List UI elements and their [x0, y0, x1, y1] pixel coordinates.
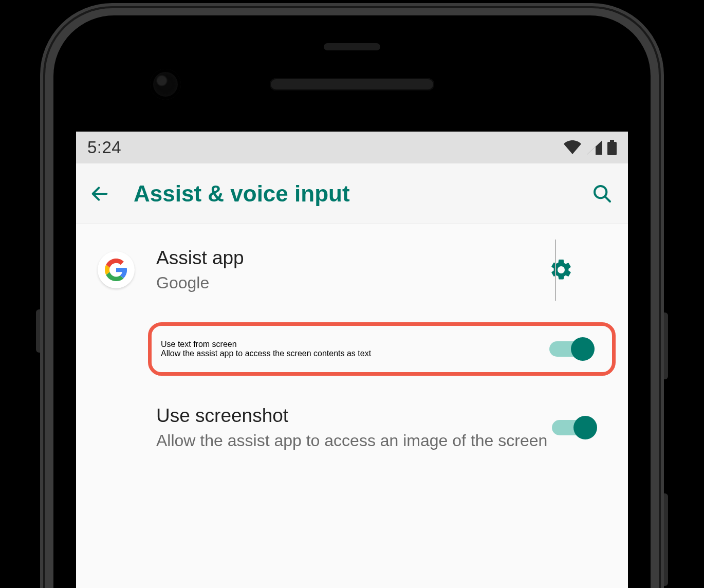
search-icon: [592, 183, 613, 204]
app-bar: Assist & voice input: [76, 163, 628, 224]
back-button[interactable]: [88, 182, 111, 205]
svg-rect-1: [607, 142, 617, 155]
setting-assist-app-subtitle: Google: [156, 272, 525, 294]
google-icon: [76, 251, 156, 288]
gear-icon: [549, 258, 573, 282]
page-title: Assist & voice input: [134, 181, 568, 207]
status-bar: 5:24: [76, 132, 628, 163]
vertical-divider: [555, 240, 556, 301]
assist-app-settings-button[interactable]: [525, 258, 597, 282]
setting-use-text-from-screen[interactable]: Use text from screen Allow the assist ap…: [148, 322, 616, 376]
wifi-icon: [563, 140, 582, 155]
svg-line-3: [605, 196, 610, 201]
svg-rect-0: [610, 140, 614, 142]
setting-use-text-subtitle: Allow the assist app to access the scree…: [161, 349, 541, 358]
use-screenshot-toggle[interactable]: [552, 416, 597, 439]
settings-content[interactable]: Assist app Google Use text from screen A…: [76, 224, 628, 466]
phone-speaker: [270, 78, 434, 90]
setting-use-screenshot-title: Use screenshot: [156, 403, 552, 428]
status-icons: [563, 140, 617, 155]
use-text-toggle[interactable]: [549, 337, 595, 361]
phone-stage: 5:24 Assist & voice input: [0, 0, 704, 588]
setting-use-screenshot-subtitle: Allow the assist app to access an image …: [156, 430, 552, 452]
setting-assist-app-title: Assist app: [156, 246, 525, 270]
arrow-left-icon: [89, 183, 110, 204]
battery-icon: [607, 140, 617, 155]
screen: 5:24 Assist & voice input: [76, 132, 628, 588]
phone-side-button-left: [36, 309, 45, 353]
signal-icon: [587, 140, 602, 155]
setting-use-screenshot[interactable]: Use screenshot Allow the assist app to a…: [76, 389, 628, 467]
status-time: 5:24: [87, 138, 121, 157]
search-button[interactable]: [591, 182, 614, 205]
phone-side-button-power: [659, 313, 668, 379]
setting-use-text-title: Use text from screen: [161, 340, 541, 349]
phone-front-camera: [150, 69, 181, 100]
toggle-thumb: [571, 337, 595, 361]
phone-side-button-volume: [659, 493, 668, 586]
setting-assist-app[interactable]: Assist app Google: [76, 231, 628, 309]
phone-sensor-pill: [324, 43, 380, 50]
toggle-thumb: [573, 416, 597, 439]
